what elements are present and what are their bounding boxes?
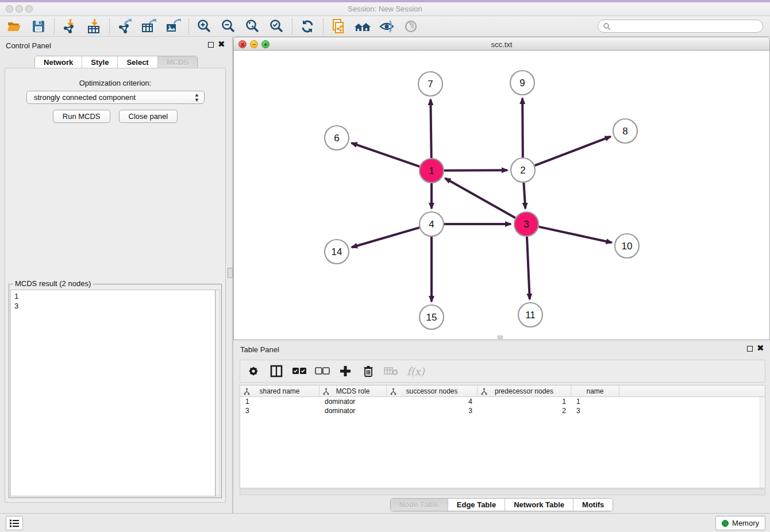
tab-network-table[interactable]: Network Table — [505, 499, 573, 511]
edge-3-10[interactable] — [538, 227, 611, 243]
close-panel-button[interactable]: Close panel — [119, 110, 178, 123]
table-cell[interactable]: 3 — [387, 406, 478, 415]
column-header-successor-nodes[interactable]: successor nodes — [387, 385, 478, 396]
table-settings-button[interactable] — [246, 364, 261, 379]
tab-node-table[interactable]: Node Table — [391, 499, 448, 511]
table-cell[interactable]: 4 — [387, 397, 478, 406]
close-panel-icon[interactable]: ✖ — [218, 39, 225, 49]
panel-divider-handle[interactable] — [228, 268, 233, 278]
edge-1-2[interactable] — [444, 170, 507, 171]
main-toolbar — [0, 16, 770, 37]
node-14[interactable]: 14 — [325, 240, 349, 264]
deselect-all-rows-button[interactable] — [315, 364, 330, 379]
node-9[interactable]: 9 — [510, 71, 534, 95]
tab-motifs[interactable]: Motifs — [573, 499, 613, 511]
table-cell[interactable]: 1 — [571, 397, 619, 406]
table-close-icon[interactable]: ✖ — [757, 343, 764, 353]
tab-select[interactable]: Select — [118, 56, 157, 68]
zoom-selected-button[interactable] — [267, 18, 286, 35]
import-table-button[interactable] — [84, 18, 103, 35]
table-cell[interactable]: dominator — [319, 397, 387, 406]
import-network-button[interactable] — [60, 18, 79, 35]
add-column-button[interactable] — [338, 364, 353, 379]
select-all-rows-button[interactable] — [292, 364, 307, 379]
tab-network[interactable]: Network — [35, 56, 82, 68]
node-15[interactable]: 15 — [419, 305, 444, 329]
table-cell[interactable]: 2 — [478, 406, 571, 415]
tab-edge-table[interactable]: Edge Table — [448, 499, 505, 511]
task-history-button[interactable] — [6, 516, 23, 530]
table-row[interactable]: 1dominator411 — [240, 397, 765, 406]
column-header-filler — [619, 385, 765, 396]
node-1[interactable]: 1 — [419, 159, 444, 183]
export-table-button[interactable] — [139, 18, 159, 35]
edge-2-8[interactable] — [535, 137, 611, 166]
node-table[interactable]: shared nameMCDS rolesuccessor nodesprede… — [240, 385, 765, 488]
node-11[interactable]: 11 — [518, 303, 542, 327]
search-input[interactable] — [598, 20, 763, 33]
save-session-button[interactable] — [29, 18, 48, 35]
edge-3-1[interactable] — [445, 178, 515, 218]
list-icon — [9, 518, 20, 529]
node-6[interactable]: 6 — [325, 126, 349, 150]
table-scrollbar[interactable] — [760, 397, 765, 488]
edge-2-9[interactable] — [522, 98, 523, 157]
node-7[interactable]: 7 — [418, 72, 442, 96]
node-10[interactable]: 10 — [615, 234, 639, 258]
network-canvas[interactable]: 7968124314101511 — [233, 51, 770, 340]
table-cell[interactable]: 3 — [240, 406, 319, 415]
control-panel: Control Panel ✖ NetworkStyleSelectMCDS O… — [0, 37, 232, 513]
zoom-fit-button[interactable] — [242, 18, 262, 35]
network-hscroll-handle[interactable] — [498, 336, 503, 339]
delete-column-button[interactable] — [361, 364, 376, 379]
network-window-titlebar[interactable]: x – + scc.txt — [233, 37, 770, 51]
run-mcds-button[interactable]: Run MCDS — [53, 110, 110, 123]
network-graph[interactable]: 7968124314101511 — [234, 51, 769, 339]
window-title: Session: New Session — [0, 5, 770, 13]
memory-status-icon — [722, 520, 729, 527]
node-2[interactable]: 2 — [511, 158, 535, 182]
table-cell[interactable]: 3 — [571, 406, 619, 415]
zoom-in-button[interactable] — [194, 18, 214, 35]
column-header-MCDS-role[interactable]: MCDS role — [319, 385, 387, 396]
table-cell[interactable]: 1 — [478, 397, 571, 406]
zoom-selected-icon — [269, 19, 284, 34]
home-layout-button[interactable] — [353, 18, 372, 35]
mcds-result-text[interactable]: 1 3 — [10, 290, 215, 496]
toggle-view-button[interactable] — [401, 18, 421, 35]
tab-mcds[interactable]: MCDS — [158, 56, 197, 68]
column-header-shared-name[interactable]: shared name — [240, 385, 319, 396]
zoom-out-button[interactable] — [218, 18, 238, 35]
edge-4-14[interactable] — [352, 228, 419, 247]
result-scrollbar[interactable] — [215, 290, 220, 496]
column-header-predecessor-nodes[interactable]: predecessor nodes — [478, 385, 571, 396]
table-cell[interactable]: dominator — [319, 406, 387, 415]
edge-1-7[interactable] — [430, 99, 431, 158]
show-columns-button[interactable] — [269, 364, 284, 379]
hide-panel-button[interactable] — [377, 18, 396, 35]
table-row[interactable]: 3dominator323 — [240, 406, 765, 415]
plus-icon — [339, 365, 352, 377]
node-4[interactable]: 4 — [419, 212, 444, 236]
criterion-select[interactable]: strongly connected component ▲▼ — [26, 91, 205, 104]
node-3[interactable]: 3 — [514, 212, 538, 236]
delete-table-button[interactable] — [384, 364, 399, 379]
attribute-type-icon — [390, 388, 396, 395]
memory-button[interactable]: Memory — [715, 516, 765, 530]
edge-3-11[interactable] — [527, 237, 530, 299]
edge-1-6[interactable] — [352, 143, 420, 167]
float-panel-icon[interactable] — [208, 42, 214, 48]
export-image-button[interactable] — [163, 18, 183, 35]
edge-2-3[interactable] — [523, 183, 525, 209]
export-network-button[interactable] — [115, 18, 134, 35]
table-hscrollbar[interactable] — [240, 489, 765, 495]
column-header-name[interactable]: name — [571, 385, 619, 396]
table-cell[interactable]: 1 — [240, 397, 319, 406]
function-builder-button[interactable]: f(x) — [407, 365, 425, 377]
refresh-layout-button[interactable] — [298, 18, 317, 35]
open-session-button[interactable] — [5, 18, 24, 35]
node-8[interactable]: 8 — [613, 119, 637, 143]
duplicate-network-button[interactable] — [329, 18, 348, 35]
table-float-icon[interactable] — [747, 346, 753, 352]
tab-style[interactable]: Style — [82, 56, 118, 68]
